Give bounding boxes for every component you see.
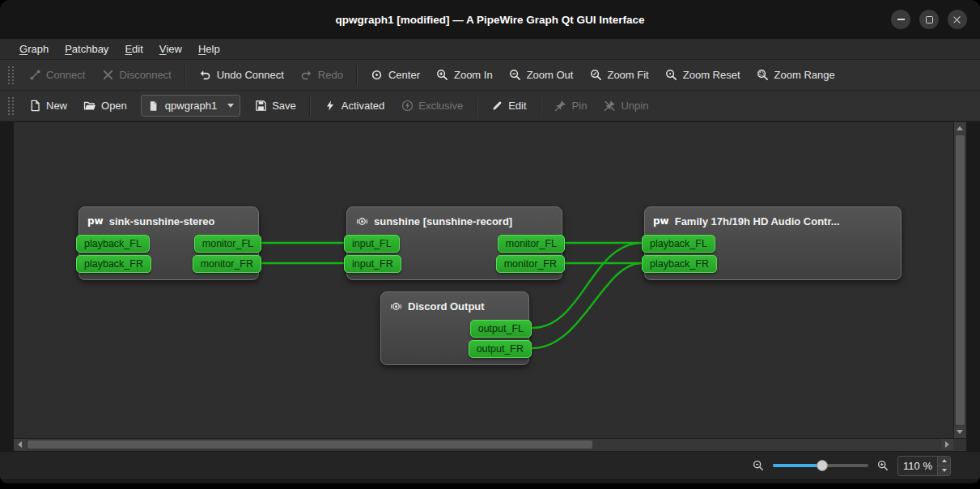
- spin-up-button[interactable]: [938, 457, 950, 466]
- node-sink-sunshine-stereo[interactable]: pw sink-sunshine-stereo playback_FL moni…: [78, 206, 259, 280]
- zoom-out-icon[interactable]: [752, 459, 765, 472]
- port-output_FL[interactable]: output_FL: [470, 320, 532, 338]
- unpin-button: Unpin: [596, 96, 655, 117]
- vertical-scrollbar[interactable]: [954, 121, 967, 439]
- port-output_FR[interactable]: output_FR: [469, 340, 532, 358]
- window-title: qpwgraph1 [modified] — A PipeWire Graph …: [335, 14, 644, 26]
- minimize-button[interactable]: [891, 10, 910, 29]
- menu-patchbay[interactable]: Patchbay: [57, 39, 117, 59]
- port-playback_FL[interactable]: playback_FL: [76, 235, 150, 253]
- patchbay-selector-value: qpwgraph1: [165, 100, 217, 112]
- scroll-down-button[interactable]: [954, 426, 965, 438]
- zoom-reset-label: Zoom Reset: [683, 69, 740, 81]
- close-icon: [953, 15, 962, 24]
- arrow-right-icon: [945, 441, 949, 448]
- open-label: Open: [101, 100, 127, 112]
- node-header: sunshine [sunshine-record]: [347, 207, 562, 233]
- toolbar-handle[interactable]: [8, 66, 14, 84]
- toolbar-graph: Connect Disconnect Undo Connect Redo: [0, 60, 980, 91]
- save-button[interactable]: Save: [247, 96, 303, 117]
- port-list: output_FL output_FR: [381, 320, 528, 358]
- save-label: Save: [272, 100, 296, 112]
- zoom-value[interactable]: 110 %: [898, 457, 937, 475]
- port-monitor_FR[interactable]: monitor_FR: [496, 255, 565, 273]
- spin-down-button[interactable]: [938, 466, 950, 475]
- menu-edit[interactable]: Edit: [117, 39, 151, 59]
- window-controls: [891, 0, 967, 39]
- scroll-up-button[interactable]: [954, 122, 965, 134]
- horizontal-scroll-track[interactable]: [26, 439, 941, 451]
- scroll-right-button[interactable]: [941, 439, 953, 450]
- arrow-up-icon: [957, 126, 963, 130]
- vertical-scroll-thumb[interactable]: [956, 135, 965, 425]
- toolbar-separator: [540, 96, 541, 116]
- zoom-slider[interactable]: [773, 459, 868, 472]
- spinbox-arrows: [937, 457, 950, 475]
- edit-button[interactable]: Edit: [483, 96, 533, 117]
- bolt-icon: [324, 100, 337, 113]
- menubar: Graph Patchbay Edit View Help: [0, 39, 980, 60]
- patchbay-selector[interactable]: qpwgraph1: [141, 95, 240, 117]
- arrow-down-icon: [942, 469, 947, 472]
- node-sunshine[interactable]: sunshine [sunshine-record] input_FL moni…: [346, 206, 562, 280]
- horizontal-scrollbar[interactable]: [13, 439, 967, 452]
- horizontal-scroll-thumb[interactable]: [28, 440, 592, 449]
- record-icon: [355, 215, 368, 227]
- open-button[interactable]: Open: [76, 96, 134, 117]
- zoom-in-button[interactable]: Zoom In: [429, 65, 500, 86]
- zoom-fit-icon: [589, 69, 602, 82]
- undo-connect-label: Undo Connect: [217, 69, 284, 81]
- graph-canvas[interactable]: pw sink-sunshine-stereo playback_FL moni…: [13, 121, 954, 439]
- menu-view[interactable]: View: [151, 39, 190, 59]
- zoom-fit-button[interactable]: Zoom Fit: [582, 65, 655, 86]
- save-icon: [254, 100, 267, 113]
- zoom-in-icon[interactable]: [876, 459, 889, 472]
- port-monitor_FL[interactable]: monitor_FL: [194, 235, 261, 253]
- zoom-out-label: Zoom Out: [527, 69, 574, 81]
- edit-label: Edit: [508, 100, 526, 112]
- port-input_FR[interactable]: input_FR: [344, 255, 401, 273]
- undo-icon: [199, 69, 212, 82]
- titlebar: qpwgraph1 [modified] — A PipeWire Graph …: [0, 0, 980, 39]
- close-button[interactable]: [948, 10, 967, 29]
- redo-label: Redo: [318, 69, 343, 81]
- node-family-hd-audio[interactable]: pw Family 17h/19h HD Audio Contr... play…: [644, 206, 902, 280]
- bolt-circle-icon: [401, 100, 414, 113]
- zoom-range-button[interactable]: Zoom Range: [749, 65, 842, 86]
- redo-button: Redo: [293, 65, 350, 86]
- port-playback_FL[interactable]: playback_FL: [642, 235, 715, 253]
- port-monitor_FR[interactable]: monitor_FR: [193, 255, 261, 273]
- zoom-reset-button[interactable]: Zoom Reset: [658, 65, 748, 86]
- new-button[interactable]: New: [21, 96, 74, 117]
- vertical-scroll-track[interactable]: [954, 134, 966, 426]
- port-list: playback_FL monitor_FL playback_FR monit…: [79, 235, 258, 273]
- unpin-icon: [603, 100, 616, 113]
- toolbar-handle[interactable]: [8, 97, 14, 115]
- port-monitor_FL[interactable]: monitor_FL: [498, 235, 565, 253]
- scrollbar-corner: [953, 439, 966, 450]
- zoom-in-icon: [436, 69, 449, 82]
- pin-button: Pin: [547, 96, 595, 117]
- maximize-icon: [926, 16, 933, 23]
- maximize-button[interactable]: [919, 10, 939, 29]
- port-playback_FR[interactable]: playback_FR: [76, 255, 151, 273]
- exclusive-button: Exclusive: [393, 96, 470, 117]
- zoom-out-button[interactable]: Zoom Out: [502, 65, 581, 86]
- exclusive-label: Exclusive: [418, 100, 463, 112]
- connect-icon: [28, 69, 41, 82]
- center-button[interactable]: Center: [363, 65, 427, 86]
- statusbar: 110 %: [0, 452, 980, 479]
- port-input_FL[interactable]: input_FL: [344, 235, 400, 253]
- scroll-left-button[interactable]: [14, 439, 26, 450]
- zoom-slider-handle[interactable]: [817, 460, 828, 471]
- port-playback_FR[interactable]: playback_FR: [642, 255, 717, 273]
- zoom-range-label: Zoom Range: [774, 69, 835, 81]
- menu-graph[interactable]: Graph: [11, 39, 57, 59]
- zoom-spinbox[interactable]: 110 %: [897, 456, 951, 476]
- menu-help[interactable]: Help: [190, 39, 228, 59]
- node-discord-output[interactable]: Discord Output output_FL output_FR: [380, 291, 529, 365]
- activated-button[interactable]: Activated: [316, 96, 392, 117]
- undo-connect-button[interactable]: Undo Connect: [192, 65, 291, 86]
- disconnect-button: Disconnect: [94, 65, 178, 86]
- pin-icon: [554, 100, 567, 113]
